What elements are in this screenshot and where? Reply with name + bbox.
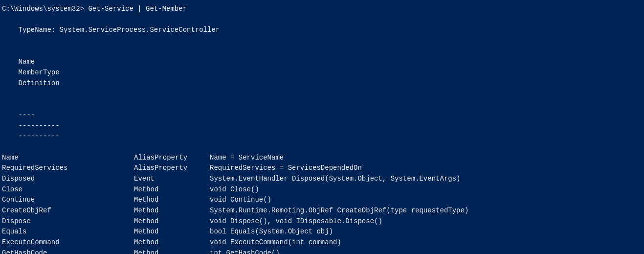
row-membertype: Method xyxy=(134,227,210,237)
row-membertype: Method xyxy=(134,216,210,227)
row-name: RequiredServices xyxy=(2,163,134,174)
row-definition: RequiredServices = ServicesDependedOn xyxy=(210,163,362,174)
sep-name: ---- xyxy=(19,110,151,121)
row-name: Equals xyxy=(2,227,134,237)
table-row: RequiredServicesAliasPropertyRequiredSer… xyxy=(2,163,642,174)
row-membertype: AliasProperty xyxy=(134,153,210,163)
table-row: NameAliasPropertyName = ServiceName xyxy=(2,153,642,163)
row-membertype: Method xyxy=(134,185,210,195)
blank-line xyxy=(2,15,642,25)
data-rows: NameAliasPropertyName = ServiceNameRequi… xyxy=(2,153,642,254)
column-separators: ---- ---------- ---------- xyxy=(2,99,642,152)
row-name: Dispose xyxy=(2,216,134,227)
row-membertype: Event xyxy=(134,174,210,185)
row-definition: System.EventHandler Disposed(System.Obje… xyxy=(210,174,460,185)
row-name: CreateObjRef xyxy=(2,206,134,216)
table-row: CreateObjRefMethodSystem.Runtime.Remotin… xyxy=(2,206,642,216)
row-membertype: Method xyxy=(134,206,210,216)
table-row: GetHashCodeMethodint GetHashCode() xyxy=(2,248,642,254)
sep-membertype: ---------- xyxy=(19,121,94,132)
row-definition: void Close() xyxy=(210,185,259,195)
col-header-membertype: MemberType xyxy=(19,68,94,78)
row-name: Continue xyxy=(2,195,134,206)
row-definition: void Dispose(), void IDisposable.Dispose… xyxy=(210,216,382,227)
table-row: EqualsMethodbool Equals(System.Object ob… xyxy=(2,227,642,237)
row-definition: int GetHashCode() xyxy=(210,248,280,254)
table-row: ExecuteCommandMethodvoid ExecuteCommand(… xyxy=(2,237,642,248)
table-row: DisposedEventSystem.EventHandler Dispose… xyxy=(2,174,642,185)
sep-definition: ---------- xyxy=(19,131,60,142)
column-headers: Name MemberType Definition xyxy=(2,46,642,99)
row-name: ExecuteCommand xyxy=(2,237,134,248)
row-membertype: Method xyxy=(134,248,210,254)
row-membertype: Method xyxy=(134,237,210,248)
row-name: Close xyxy=(2,185,134,195)
row-definition: void ExecuteCommand(int command) xyxy=(210,237,341,248)
terminal-window: C:\Windows\system32> Get-Service | Get-M… xyxy=(2,4,642,254)
row-definition: System.Runtime.Remoting.ObjRef CreateObj… xyxy=(210,206,468,216)
row-definition: void Continue() xyxy=(210,195,271,206)
blank-line2 xyxy=(2,36,642,46)
row-name: GetHashCode xyxy=(2,248,134,254)
row-name: Name xyxy=(2,153,134,163)
col-header-definition: Definition xyxy=(19,78,60,89)
table-row: CloseMethodvoid Close() xyxy=(2,185,642,195)
row-membertype: Method xyxy=(134,195,210,206)
table-row: ContinueMethodvoid Continue() xyxy=(2,195,642,206)
row-name: Disposed xyxy=(2,174,134,185)
row-membertype: AliasProperty xyxy=(134,163,210,174)
row-definition: bool Equals(System.Object obj) xyxy=(210,227,333,237)
row-definition: Name = ServiceName xyxy=(210,153,284,163)
col-header-name: Name xyxy=(19,57,151,68)
table-row: DisposeMethodvoid Dispose(), void IDispo… xyxy=(2,216,642,227)
prompt-line: C:\Windows\system32> Get-Service | Get-M… xyxy=(2,4,642,15)
typename-line: TypeName: System.ServiceProcess.ServiceC… xyxy=(2,25,642,36)
